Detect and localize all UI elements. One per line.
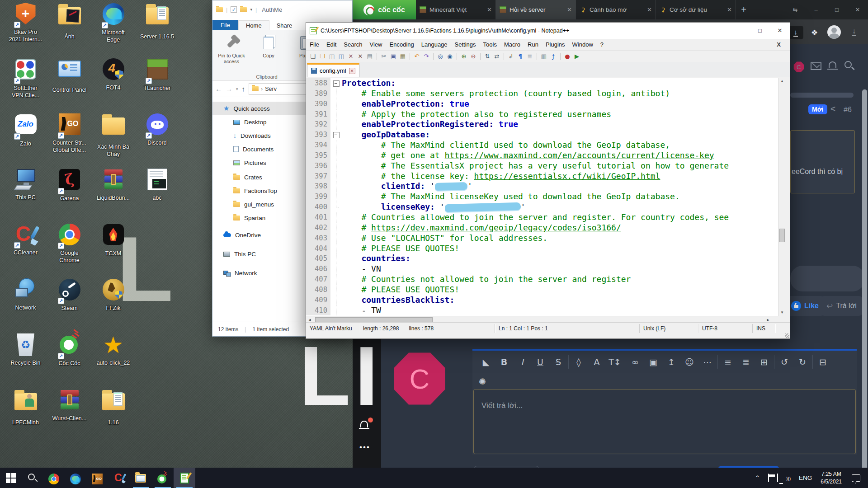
rail-more-icon[interactable]: ••• xyxy=(359,443,370,452)
menu-view[interactable]: View xyxy=(366,40,386,49)
more-icon[interactable]: ⋯ xyxy=(698,357,717,367)
desktop-icon-server-1-16-5[interactable]: Server 1.16.5 xyxy=(135,2,179,56)
menu-run[interactable]: Run xyxy=(524,40,542,49)
menu-settings[interactable]: Settings xyxy=(451,40,480,49)
search-icon[interactable] xyxy=(844,61,852,68)
browser-tab-cơ-sở-dữ-liệu[interactable]: ⚳Cơ sở dữ liệu✕ xyxy=(656,0,736,19)
desktop-icon-tlauncher[interactable]: ↗TLauncher xyxy=(135,57,179,111)
doc-map-icon[interactable]: ▥ xyxy=(540,52,548,61)
download-arrow-icon[interactable]: ↓ xyxy=(852,27,856,35)
network-icon[interactable] xyxy=(777,474,778,482)
menu-window[interactable]: Window xyxy=(569,40,597,49)
indent-icon[interactable]: ≣ xyxy=(526,52,534,61)
qat-customize-icon[interactable]: ▾ xyxy=(250,7,252,12)
reply-textarea[interactable]: Viết trả lời... xyxy=(473,389,856,454)
desktop-icon-1-16[interactable]: 1.16 xyxy=(91,388,135,442)
desktop-icon-c-c-c-c[interactable]: ↗Cốc Cốc xyxy=(47,333,91,387)
notepadpp-minimize-button[interactable]: – xyxy=(730,23,750,39)
action-center-icon[interactable] xyxy=(852,474,860,482)
menu-help[interactable]: ? xyxy=(597,40,607,49)
taskbar-start-button[interactable] xyxy=(0,468,22,488)
back-button[interactable]: ← xyxy=(215,85,222,93)
open-icon[interactable]: ❒ xyxy=(318,52,326,61)
find-icon[interactable]: ◎ xyxy=(436,52,444,61)
tab-close-icon[interactable]: ✕ xyxy=(349,68,355,74)
desktop-icon-wurst-clien-[interactable]: Wurst-Clien... xyxy=(47,388,91,442)
menu-file[interactable]: File xyxy=(306,40,323,49)
tab-close-icon[interactable]: ✕ xyxy=(727,6,732,13)
mail-icon[interactable] xyxy=(811,62,821,70)
menu-edit[interactable]: Edit xyxy=(323,40,340,49)
zoom-in-icon[interactable]: ⊕ xyxy=(460,52,468,61)
fold-margin[interactable] xyxy=(330,130,342,140)
up-button[interactable]: ↑ xyxy=(242,85,245,93)
func-list-icon[interactable]: ƒ xyxy=(549,52,557,61)
browser-minimize-button[interactable]: – xyxy=(806,0,826,19)
paste-icon[interactable]: ▦ xyxy=(399,52,407,61)
redo-icon[interactable]: ↻ xyxy=(793,357,811,367)
menu-macro[interactable]: Macro xyxy=(500,40,524,49)
wrap-icon[interactable]: ↲ xyxy=(507,52,515,61)
tab-close-icon[interactable]: ✕ xyxy=(487,6,492,13)
color-drop-icon[interactable]: ◊ xyxy=(570,357,588,367)
recent-locations-icon[interactable]: ▾ xyxy=(236,87,238,91)
menu-encoding[interactable]: Encoding xyxy=(386,40,418,49)
resize-grip[interactable] xyxy=(785,333,789,338)
desktop-icon-microsoft[interactable]: ↗Microsoft Edge xyxy=(91,2,135,56)
taskbar-notepadpp-icon[interactable] xyxy=(174,468,195,488)
text-size-icon[interactable]: T↕ xyxy=(606,357,624,367)
taskbar-search-button[interactable] xyxy=(22,468,43,488)
play-icon[interactable]: ▶ xyxy=(573,52,581,61)
browser-avatar[interactable] xyxy=(827,25,841,39)
desktop-icon-recycle-bin[interactable]: ♻Recycle Bin xyxy=(4,333,47,387)
taskbar-ccleaner-icon[interactable]: C xyxy=(108,468,130,488)
taskbar-explorer-icon[interactable] xyxy=(130,468,152,488)
browser-tab-hỏi-về-server[interactable]: Hỏi về server✕ xyxy=(496,0,576,19)
bell-icon[interactable] xyxy=(829,61,836,68)
desktop-icon-zalo[interactable]: Zalo↗Zalo xyxy=(4,112,47,166)
tab-config-yml[interactable]: config.yml ✕ xyxy=(307,63,359,77)
zoom-out-icon[interactable]: ⊖ xyxy=(469,52,477,61)
bold-icon[interactable]: B xyxy=(495,357,513,367)
menubar-close-icon[interactable]: X xyxy=(773,40,784,49)
sync-h-icon[interactable]: ⇄ xyxy=(493,52,501,61)
table-icon[interactable]: ⊞ xyxy=(755,357,773,367)
menu-search[interactable]: Search xyxy=(340,40,366,49)
share-icon[interactable]: < xyxy=(830,104,835,114)
explorer-tab-file[interactable]: File xyxy=(212,20,238,30)
new-tab-button[interactable]: + xyxy=(736,0,751,19)
notepadpp-close-button[interactable]: ✕ xyxy=(770,23,790,39)
forum-header-logo-icon[interactable]: C xyxy=(793,61,804,72)
taskbar-csgo-icon[interactable]: GO xyxy=(87,468,108,488)
taskbar-coccoc-icon[interactable] xyxy=(152,468,174,488)
new-icon[interactable]: ❏ xyxy=(309,52,317,61)
speaker-icon[interactable]: ))) xyxy=(786,474,791,482)
language-indicator[interactable]: ENG xyxy=(799,474,812,481)
close-icon[interactable]: ✕ xyxy=(347,52,355,61)
desktop-icon-liquidboun-[interactable]: LiquidBoun... xyxy=(91,167,135,221)
forward-button[interactable]: → xyxy=(226,85,232,93)
eraser-icon[interactable]: ◣ xyxy=(477,357,495,367)
print-icon[interactable]: ▤ xyxy=(366,52,374,61)
desktop-icon--nh[interactable]: Ảnh xyxy=(47,2,91,56)
image-icon[interactable]: ▣ xyxy=(644,357,662,367)
editor-vertical-scrollbar[interactable]: ▲▼ xyxy=(778,78,785,316)
pilcrow-icon[interactable]: ¶ xyxy=(516,52,524,61)
notepadpp-maximize-button[interactable]: □ xyxy=(750,23,770,39)
tray-chevron-icon[interactable]: ⌃ xyxy=(755,474,760,481)
undo-icon[interactable]: ↶ xyxy=(413,52,421,61)
extensions-icon[interactable]: ❖ xyxy=(811,28,818,38)
desktop-icon-discord[interactable]: ↗Discord xyxy=(135,112,179,166)
taskbar-edge-icon[interactable] xyxy=(65,468,87,488)
record-icon[interactable]: ● xyxy=(563,52,571,61)
forum-logo[interactable]: C xyxy=(392,352,447,406)
taskbar-clock[interactable]: 7:25 AM 6/5/2021 xyxy=(821,470,842,485)
italic-icon[interactable]: I xyxy=(513,357,531,367)
download-popup-icon[interactable]: ↓ xyxy=(788,26,803,39)
explorer-tab-home[interactable]: Home xyxy=(238,20,269,30)
close-all-icon[interactable]: ✕ xyxy=(356,52,364,61)
gear-icon[interactable]: ✺ xyxy=(479,376,486,387)
session-icon[interactable]: ⇆ xyxy=(785,0,806,19)
taskbar-chrome-icon[interactable] xyxy=(43,468,65,488)
text-color-icon[interactable]: A xyxy=(588,357,606,367)
